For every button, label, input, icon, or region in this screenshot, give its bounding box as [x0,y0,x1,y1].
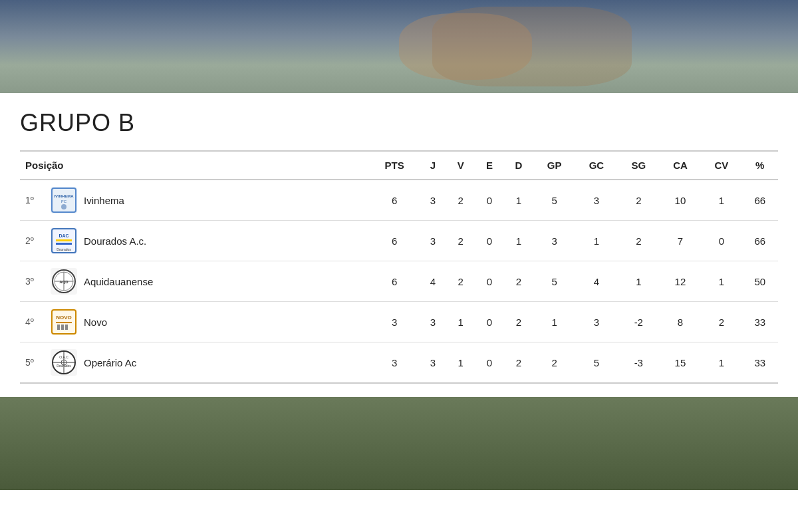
pts-cell: 3 [370,342,420,384]
col-gc: GC [575,151,618,180]
table-row: 5º O.A.C Dourados Operário Ac 3 3 1 0 2 … [20,342,778,384]
col-gp: GP [533,151,575,180]
pct-cell: 33 [742,302,778,342]
svg-text:FC: FC [61,200,67,203]
team-cell: 1º IVINHEMA FC Ivinhema [20,180,370,221]
pts-cell: 6 [370,180,420,221]
pts-cell: 6 [370,221,420,261]
col-sg: SG [618,151,660,180]
sg-cell: -2 [618,302,660,342]
cv-cell: 0 [701,221,741,261]
j-cell: 3 [420,221,446,261]
svg-text:Dourados: Dourados [57,364,71,368]
gc-cell: 3 [575,180,618,221]
col-e: E [475,151,503,180]
team-logo-operario: O.A.C Dourados [51,349,77,376]
position-number: 2º [25,235,44,246]
col-j: J [420,151,446,180]
svg-text:AQD: AQD [59,280,68,284]
pct-cell: 50 [742,261,778,302]
svg-rect-21 [57,325,60,330]
cv-cell: 1 [701,180,741,221]
position-number: 4º [25,317,44,327]
team-name: Operário Ac [84,357,136,368]
pts-cell: 6 [370,261,420,302]
v-cell: 2 [446,261,475,302]
team-name: Ivinhema [84,195,124,206]
ca-cell: 15 [660,342,702,384]
team-cell: 2º DAC Dourados Dourados A.c. [20,221,370,261]
gc-cell: 4 [575,261,618,302]
v-cell: 1 [446,302,475,342]
pts-cell: 3 [370,302,420,342]
position-number: 3º [25,276,44,287]
e-cell: 0 [475,302,503,342]
col-pts: PTS [370,151,420,180]
group-title: GRUPO B [20,109,778,137]
sg-cell: -3 [618,342,660,384]
team-name: Aquidauanense [84,276,153,287]
team-logo-aquidauanense: AQD [51,268,77,295]
gc-cell: 5 [575,342,618,384]
v-cell: 2 [446,180,475,221]
e-cell: 0 [475,221,503,261]
col-cv: CV [701,151,741,180]
pct-cell: 66 [742,180,778,221]
col-v: V [446,151,475,180]
position-number: 5º [25,357,44,368]
svg-text:O.A.C: O.A.C [59,355,68,359]
team-logo-novo: NOVO [51,309,77,335]
cv-cell: 1 [701,342,741,384]
team-logo-dourados: DAC Dourados [51,227,77,254]
top-background [0,0,798,93]
col-pct: % [742,151,778,180]
gp-cell: 1 [533,302,575,342]
d-cell: 1 [504,221,534,261]
svg-text:Dourados: Dourados [57,247,71,251]
standings-table: Posição PTS J V E D GP GC SG CA CV % 1º … [20,150,778,384]
main-content: GRUPO B Posição PTS J V E D GP GC SG CA … [0,93,798,397]
table-row: 1º IVINHEMA FC Ivinhema 6 3 2 0 1 5 3 2 … [20,180,778,221]
j-cell: 3 [420,302,446,342]
team-logo-ivinhema: IVINHEMA FC [51,187,77,213]
svg-rect-22 [61,325,64,330]
j-cell: 4 [420,261,446,302]
ca-cell: 10 [660,180,702,221]
gp-cell: 5 [533,180,575,221]
svg-point-4 [61,204,66,209]
e-cell: 0 [475,180,503,221]
gp-cell: 3 [533,221,575,261]
cv-cell: 2 [701,302,741,342]
team-name: Dourados A.c. [84,235,146,247]
bottom-background [0,397,798,490]
sg-cell: 2 [618,221,660,261]
svg-rect-9 [56,243,72,245]
d-cell: 1 [504,180,534,221]
ca-cell: 12 [660,261,702,302]
svg-text:IVINHEMA: IVINHEMA [54,194,74,198]
sg-cell: 1 [618,261,660,302]
cv-cell: 1 [701,261,741,302]
d-cell: 2 [504,342,534,384]
table-row: 2º DAC Dourados Dourados A.c. 6 3 2 0 1 … [20,221,778,261]
team-cell: 3º AQD Aquidauanense [20,261,370,302]
table-row: 3º AQD Aquidauanense 6 4 2 0 2 5 4 1 12 … [20,261,778,302]
svg-text:NOVO: NOVO [56,315,72,321]
table-header-row: Posição PTS J V E D GP GC SG CA CV % [20,151,778,180]
col-d: D [504,151,534,180]
svg-rect-8 [56,239,72,241]
e-cell: 0 [475,342,503,384]
team-cell: 5º O.A.C Dourados Operário Ac [20,342,370,384]
d-cell: 2 [504,261,534,302]
ca-cell: 8 [660,302,702,342]
team-name: Novo [84,317,107,328]
gp-cell: 2 [533,342,575,384]
j-cell: 3 [420,180,446,221]
d-cell: 2 [504,302,534,342]
e-cell: 0 [475,261,503,302]
pct-cell: 66 [742,221,778,261]
ca-cell: 7 [660,221,702,261]
svg-rect-20 [56,322,72,323]
gc-cell: 1 [575,221,618,261]
table-row: 4º NOVO Novo 3 3 1 0 2 1 3 -2 8 2 33 [20,302,778,342]
